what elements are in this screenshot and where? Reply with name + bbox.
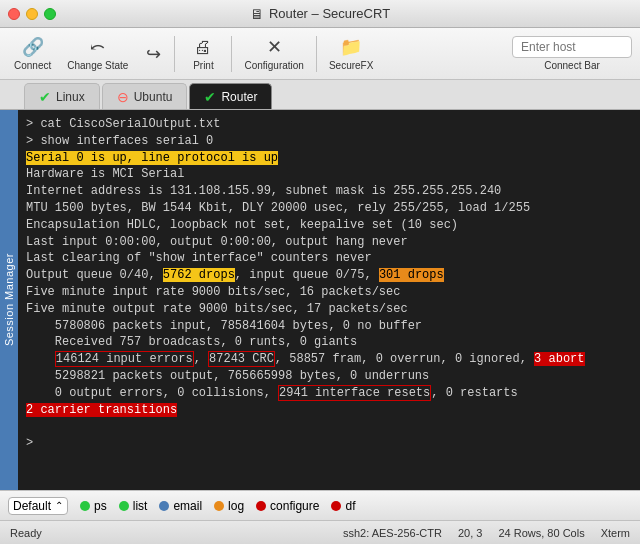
bottom-tab-ps[interactable]: ps: [80, 499, 107, 513]
reconnect-icon: ↪: [146, 43, 161, 65]
terminal-line: Hardware is MCI Serial: [26, 166, 632, 183]
title-bar: 🖥 Router – SecureCRT: [0, 0, 640, 28]
connect-icon: 🔗: [22, 36, 44, 58]
terminal-line: Five minute output rate 9000 bits/sec, 1…: [26, 301, 632, 318]
session-manager-label: Session Manager: [3, 253, 15, 346]
tab-ubuntu[interactable]: ⊖ Ubuntu: [102, 83, 188, 109]
terminal-line: > cat CiscoSerialOutput.txt: [26, 116, 632, 133]
default-session-select[interactable]: Default ⌃: [8, 497, 68, 515]
print-icon: 🖨: [194, 37, 212, 58]
terminal-line: Five minute input rate 9000 bits/sec, 16…: [26, 284, 632, 301]
toolbar: 🔗 Connect ⤺ Change State ↪ 🖨 Print ✕ Con…: [0, 28, 640, 80]
connect-bar: Connect Bar: [512, 36, 632, 71]
status-ready: Ready: [10, 527, 42, 539]
terminal-line: >: [26, 435, 632, 452]
chevron-down-icon: ⌃: [55, 500, 63, 511]
bottom-tab-log[interactable]: log: [214, 499, 244, 513]
tab-ubuntu-dot: ⊖: [117, 90, 129, 104]
status-terminal-type: Xterm: [601, 527, 630, 539]
status-right: ssh2: AES-256-CTR 20, 3 24 Rows, 80 Cols…: [343, 527, 630, 539]
terminal-line: > show interfaces serial 0: [26, 133, 632, 150]
maximize-button[interactable]: [44, 8, 56, 20]
configuration-button[interactable]: ✕ Configuration: [238, 33, 309, 74]
bottom-tab-df[interactable]: df: [331, 499, 355, 513]
toolbar-separator-2: [231, 36, 232, 72]
tabs-area: ✔ Linux ⊖ Ubuntu ✔ Router: [0, 80, 640, 110]
window-title: 🖥 Router – SecureCRT: [250, 6, 390, 22]
change-state-icon: ⤺: [90, 36, 105, 58]
bottom-tabs-bar: Default ⌃ ps list email log configure df: [0, 490, 640, 520]
close-button[interactable]: [8, 8, 20, 20]
configure-dot: [256, 501, 266, 511]
securefx-button[interactable]: 📁 SecureFX: [323, 33, 379, 74]
terminal-line: MTU 1500 bytes, BW 1544 Kbit, DLY 20000 …: [26, 200, 632, 217]
bottom-tab-list[interactable]: list: [119, 499, 148, 513]
terminal-line: Last input 0:00:00, output 0:00:00, outp…: [26, 234, 632, 251]
bottom-tab-email[interactable]: email: [159, 499, 202, 513]
reconnect-button[interactable]: ↪: [138, 40, 168, 68]
traffic-lights[interactable]: [8, 8, 56, 20]
print-button[interactable]: 🖨 Print: [181, 34, 225, 74]
change-state-button[interactable]: ⤺ Change State: [61, 33, 134, 74]
app-icon: 🖥: [250, 6, 264, 22]
configuration-icon: ✕: [267, 36, 282, 58]
terminal-line: Received 757 broadcasts, 0 runts, 0 gian…: [26, 334, 632, 351]
terminal-line: 0 output errors, 0 collisions, 2941 inte…: [26, 385, 632, 402]
securefx-icon: 📁: [340, 36, 362, 58]
terminal-line: [26, 418, 632, 435]
toolbar-separator-3: [316, 36, 317, 72]
terminal-line: 2 carrier transitions: [26, 402, 632, 419]
ps-dot: [80, 501, 90, 511]
df-dot: [331, 501, 341, 511]
terminal[interactable]: > cat CiscoSerialOutput.txt > show inter…: [18, 110, 640, 490]
terminal-line: Serial 0 is up, line protocol is up: [26, 150, 632, 167]
status-bar: Ready ssh2: AES-256-CTR 20, 3 24 Rows, 8…: [0, 520, 640, 544]
main-area: Session Manager > cat CiscoSerialOutput.…: [0, 110, 640, 490]
minimize-button[interactable]: [26, 8, 38, 20]
terminal-line: Last clearing of "show interface" counte…: [26, 250, 632, 267]
terminal-line: Encapsulation HDLC, loopback not set, ke…: [26, 217, 632, 234]
terminal-line: 146124 input errors, 87243 CRC, 58857 fr…: [26, 351, 632, 368]
tab-linux[interactable]: ✔ Linux: [24, 83, 100, 109]
tab-router[interactable]: ✔ Router: [189, 83, 272, 109]
terminal-line: Internet address is 131.108.155.99, subn…: [26, 183, 632, 200]
terminal-line: 5780806 packets input, 785841604 bytes, …: [26, 318, 632, 335]
status-dimensions: 24 Rows, 80 Cols: [498, 527, 584, 539]
list-dot: [119, 501, 129, 511]
terminal-line: 5298821 packets output, 765665998 bytes,…: [26, 368, 632, 385]
terminal-line: Output queue 0/40, 5762 drops, input que…: [26, 267, 632, 284]
tab-linux-dot: ✔: [39, 90, 51, 104]
connect-button[interactable]: 🔗 Connect: [8, 33, 57, 74]
status-encryption: ssh2: AES-256-CTR: [343, 527, 442, 539]
toolbar-separator-1: [174, 36, 175, 72]
email-dot: [159, 501, 169, 511]
session-manager[interactable]: Session Manager: [0, 110, 18, 490]
log-dot: [214, 501, 224, 511]
connect-bar-input[interactable]: [512, 36, 632, 58]
status-position: 20, 3: [458, 527, 482, 539]
tab-router-dot: ✔: [204, 90, 216, 104]
bottom-tab-configure[interactable]: configure: [256, 499, 319, 513]
